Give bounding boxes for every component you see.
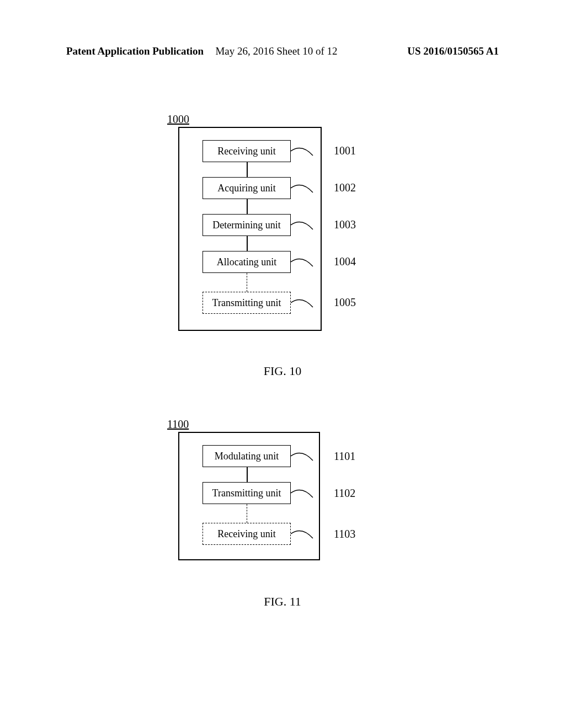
modulating-unit-label: Modulating unit — [215, 451, 279, 462]
receiving-unit-label-11: Receiving unit — [217, 528, 275, 540]
callout-line-1103 — [291, 527, 315, 543]
callout-line-1003 — [291, 218, 315, 234]
callout-line-1005 — [291, 296, 315, 312]
callout-line-1101 — [291, 449, 315, 465]
header-left: Patent Application Publication — [66, 45, 204, 57]
allocating-unit-label: Allocating unit — [217, 256, 276, 268]
callout-line-1001 — [291, 144, 315, 160]
connector-1003-1004 — [247, 236, 248, 251]
figure-10-outer-box: Receiving unit Acquiring unit Determinin… — [178, 127, 322, 331]
ref-1004: 1004 — [334, 255, 356, 268]
ref-1102: 1102 — [334, 487, 355, 500]
header-center: May 26, 2016 Sheet 10 of 12 — [215, 45, 337, 57]
determining-unit-box: Determining unit — [202, 214, 291, 236]
connector-1004-1005-dashed — [247, 273, 248, 292]
ref-1003: 1003 — [334, 218, 356, 231]
callout-line-1002 — [291, 181, 315, 197]
diagram-1100-ref: 1100 — [167, 418, 189, 431]
transmitting-unit-label: Transmitting unit — [212, 297, 281, 309]
receiving-unit-box: Receiving unit — [202, 140, 291, 162]
receiving-unit-box-dashed: Receiving unit — [202, 523, 291, 545]
modulating-unit-box: Modulating unit — [202, 445, 291, 467]
fig-11-label: FIG. 11 — [264, 595, 301, 609]
allocating-unit-box: Allocating unit — [202, 251, 291, 273]
connector-1101-1102 — [247, 467, 248, 482]
diagram-1000-ref: 1000 — [167, 113, 189, 126]
header-right: US 2016/0150565 A1 — [407, 45, 499, 57]
determining-unit-label: Determining unit — [212, 220, 280, 231]
connector-1001-1002 — [247, 162, 248, 177]
ref-1005: 1005 — [334, 296, 356, 309]
acquiring-unit-label: Acquiring unit — [217, 183, 276, 194]
ref-1001: 1001 — [334, 144, 356, 157]
callout-line-1004 — [291, 255, 315, 271]
callout-line-1102 — [291, 486, 315, 502]
ref-1103: 1103 — [334, 528, 355, 540]
connector-1102-1103-dashed — [247, 504, 248, 523]
ref-1002: 1002 — [334, 181, 356, 194]
receiving-unit-label: Receiving unit — [217, 146, 275, 157]
transmitting-unit-label-11: Transmitting unit — [212, 488, 281, 499]
transmitting-unit-box-11: Transmitting unit — [202, 482, 291, 504]
fig-10-label: FIG. 10 — [264, 364, 301, 378]
figure-11-outer-box: Modulating unit Transmitting unit Receiv… — [178, 432, 320, 560]
ref-1101: 1101 — [334, 450, 355, 463]
acquiring-unit-box: Acquiring unit — [202, 177, 291, 199]
transmitting-unit-box-dashed: Transmitting unit — [202, 292, 291, 314]
page-header: Patent Application Publication May 26, 2… — [0, 45, 565, 57]
connector-1002-1003 — [247, 199, 248, 214]
